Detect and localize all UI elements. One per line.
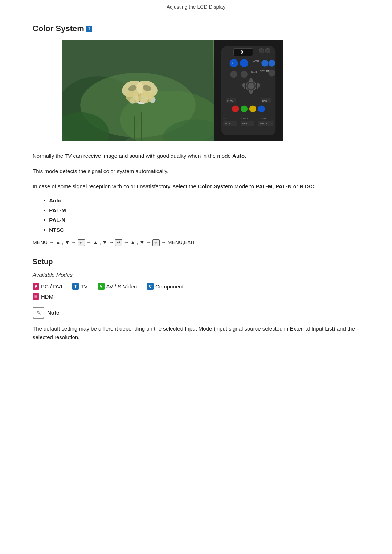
svg-text:WTH: WTH	[253, 59, 259, 63]
svg-text:+: +	[232, 61, 234, 65]
svg-text:FAVO: FAVO	[242, 122, 248, 125]
tv-label: TV	[81, 283, 87, 290]
av-label: AV / S-Video	[106, 283, 137, 290]
svg-text:WALL: WALL	[251, 71, 258, 74]
pc-dvi-label: PC / DVI	[41, 283, 62, 290]
svg-point-34	[241, 71, 248, 78]
svg-rect-22	[234, 48, 253, 56]
svg-text:CC: CC	[223, 117, 227, 120]
enter-icon-3: ↵	[152, 239, 160, 246]
svg-text:INFO: INFO	[261, 117, 267, 120]
svg-text:EXIT: EXIT	[262, 99, 268, 102]
available-modes-label: Available Modes	[33, 272, 359, 278]
svg-point-37	[268, 69, 275, 76]
svg-point-33	[230, 71, 237, 78]
list-item: Auto	[44, 197, 359, 204]
mode-component: C Component	[147, 283, 184, 290]
hdmi-label: HDMI	[41, 294, 55, 300]
bullet-list: Auto PAL-M PAL-N NTSC	[44, 197, 359, 233]
tv-icon: T	[72, 283, 79, 290]
remote-control-image: 0 + + WTH WALL RETURN	[214, 40, 283, 141]
header-title: Adjusting the LCD Display	[167, 4, 226, 10]
enter-icon-2: ↵	[115, 239, 122, 246]
svg-point-26	[230, 59, 238, 67]
page-header: Adjusting the LCD Display	[0, 0, 392, 13]
image-area: 0 + + WTH WALL RETURN	[62, 40, 287, 141]
menu-navigation: MENU → ▲ , ▼ → ↵ → ▲ , ▼ → ↵ → ▲ , ▼ → ↵…	[33, 239, 359, 246]
butterfly-image	[62, 40, 214, 141]
pc-dvi-icon: P	[33, 283, 39, 290]
note-area: ✎ Note	[33, 307, 359, 319]
component-icon: C	[147, 283, 154, 290]
svg-point-25	[265, 48, 270, 53]
svg-text:+: +	[242, 61, 244, 65]
mode-hdmi: H HDMI	[33, 293, 55, 300]
svg-point-51	[258, 105, 265, 112]
svg-text:0: 0	[241, 50, 243, 55]
svg-point-50	[249, 105, 256, 112]
svg-point-31	[261, 60, 268, 67]
mode-pc-dvi: P PC / DVI	[33, 283, 62, 290]
note-icon: ✎	[33, 307, 44, 319]
svg-point-48	[232, 105, 239, 112]
list-item: PAL-M	[44, 207, 359, 213]
enter-icon-1: ↵	[78, 239, 85, 246]
section-color-system-title: Color SystemT	[33, 24, 359, 33]
svg-text:INFO: INFO	[227, 99, 233, 102]
hdmi-icon: H	[33, 293, 39, 300]
list-item: NTSC	[44, 227, 359, 233]
color-system-label: Color System	[33, 24, 84, 33]
svg-point-49	[241, 105, 248, 112]
svg-text:MTS: MTS	[225, 122, 230, 125]
para-detects: This mode detects the signal color syste…	[33, 167, 359, 176]
svg-point-43	[248, 83, 254, 89]
modes-row-2: H HDMI	[33, 293, 359, 300]
component-label: Component	[155, 283, 184, 290]
setup-section: Setup Available Modes P PC / DVI T TV V …	[33, 258, 359, 342]
svg-point-27	[240, 59, 248, 67]
mode-av: V AV / S-Video	[98, 283, 137, 290]
svg-point-24	[259, 48, 264, 53]
para-unsatisfactory: In case of some signal reception with co…	[33, 182, 359, 191]
para-auto: Normally the TV can receive image and so…	[33, 152, 359, 160]
note-label: Note	[47, 307, 59, 319]
color-system-icon: T	[86, 26, 92, 32]
svg-text:RETURN: RETURN	[260, 70, 270, 73]
svg-text:MENU: MENU	[241, 117, 248, 120]
setup-title: Setup	[33, 258, 359, 266]
av-icon: V	[98, 283, 105, 290]
svg-text:IMAGE: IMAGE	[260, 122, 268, 125]
mode-tv: T TV	[72, 283, 87, 290]
svg-point-32	[268, 60, 275, 67]
modes-row-1: P PC / DVI T TV V AV / S-Video C Compone…	[33, 283, 359, 290]
note-text: The default setting may be different dep…	[33, 324, 359, 342]
list-item: PAL-N	[44, 217, 359, 223]
